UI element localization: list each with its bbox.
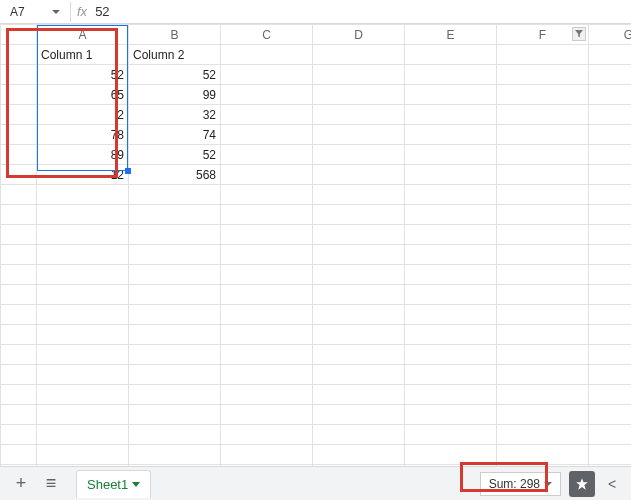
cell[interactable] — [589, 245, 632, 265]
row-header[interactable] — [1, 125, 37, 145]
cell[interactable] — [497, 185, 589, 205]
cell[interactable] — [497, 245, 589, 265]
cell[interactable] — [37, 405, 129, 425]
cell[interactable] — [589, 85, 632, 105]
row-header[interactable] — [1, 85, 37, 105]
selection-handle[interactable] — [125, 168, 131, 174]
cell[interactable] — [405, 85, 497, 105]
cell[interactable] — [405, 245, 497, 265]
quick-sum-box[interactable]: Sum: 298 — [480, 472, 561, 496]
cell[interactable] — [589, 125, 632, 145]
cell[interactable] — [405, 145, 497, 165]
add-sheet-button[interactable]: + — [8, 471, 34, 497]
cell[interactable] — [221, 165, 313, 185]
cell[interactable] — [129, 385, 221, 405]
cell[interactable] — [497, 45, 589, 65]
cell[interactable] — [221, 245, 313, 265]
cell[interactable] — [589, 345, 632, 365]
row-header[interactable] — [1, 365, 37, 385]
cell[interactable] — [313, 325, 405, 345]
cell[interactable] — [313, 425, 405, 445]
cell[interactable] — [405, 225, 497, 245]
cell[interactable]: Column 1 — [37, 45, 129, 65]
cell[interactable] — [313, 185, 405, 205]
cell[interactable] — [313, 385, 405, 405]
row-header[interactable] — [1, 445, 37, 465]
cell[interactable] — [497, 205, 589, 225]
cell[interactable] — [313, 165, 405, 185]
cell[interactable] — [497, 225, 589, 245]
col-header-f[interactable]: F — [497, 25, 589, 45]
cell[interactable] — [129, 345, 221, 365]
cell[interactable]: 52 — [37, 65, 129, 85]
fx-icon[interactable]: fx — [77, 4, 87, 19]
cell[interactable] — [37, 305, 129, 325]
cell[interactable] — [37, 345, 129, 365]
cell[interactable] — [221, 65, 313, 85]
cell[interactable] — [589, 285, 632, 305]
cell[interactable] — [313, 265, 405, 285]
cell[interactable] — [37, 385, 129, 405]
row-header[interactable] — [1, 405, 37, 425]
cell[interactable] — [497, 105, 589, 125]
cell[interactable] — [129, 245, 221, 265]
cell[interactable] — [497, 265, 589, 285]
cell[interactable]: Column 2 — [129, 45, 221, 65]
select-all-corner[interactable] — [1, 25, 37, 45]
col-header-e[interactable]: E — [405, 25, 497, 45]
col-header-a[interactable]: A — [37, 25, 129, 45]
cell[interactable] — [405, 305, 497, 325]
cell[interactable] — [221, 425, 313, 445]
row-header[interactable] — [1, 145, 37, 165]
cell[interactable] — [313, 85, 405, 105]
cell[interactable] — [497, 85, 589, 105]
cell[interactable] — [221, 125, 313, 145]
cell[interactable] — [589, 445, 632, 465]
cell[interactable] — [221, 85, 313, 105]
row-header[interactable] — [1, 45, 37, 65]
cell[interactable]: 89 — [37, 145, 129, 165]
cell[interactable] — [313, 285, 405, 305]
row-header[interactable] — [1, 185, 37, 205]
row-header[interactable] — [1, 265, 37, 285]
cell[interactable] — [589, 305, 632, 325]
cell[interactable] — [37, 185, 129, 205]
cell[interactable] — [497, 425, 589, 445]
cell[interactable] — [589, 405, 632, 425]
cell[interactable] — [497, 65, 589, 85]
cell[interactable] — [129, 405, 221, 425]
cell[interactable] — [221, 345, 313, 365]
cell[interactable] — [405, 445, 497, 465]
cell[interactable] — [129, 265, 221, 285]
cell[interactable] — [129, 205, 221, 225]
cell[interactable] — [313, 125, 405, 145]
cell[interactable] — [405, 285, 497, 305]
cell[interactable] — [313, 225, 405, 245]
cell[interactable] — [37, 325, 129, 345]
col-header-b[interactable]: B — [129, 25, 221, 45]
cell[interactable] — [313, 145, 405, 165]
cell[interactable] — [221, 145, 313, 165]
cell[interactable] — [589, 45, 632, 65]
cell[interactable] — [405, 345, 497, 365]
cell[interactable] — [313, 245, 405, 265]
row-header[interactable] — [1, 225, 37, 245]
cell[interactable] — [129, 445, 221, 465]
cell[interactable] — [37, 265, 129, 285]
col-header-g[interactable]: G — [589, 25, 632, 45]
cell[interactable]: 74 — [129, 125, 221, 145]
cell[interactable] — [497, 305, 589, 325]
cell[interactable] — [221, 285, 313, 305]
cell[interactable] — [405, 165, 497, 185]
cell[interactable] — [221, 265, 313, 285]
row-header[interactable] — [1, 165, 37, 185]
cell[interactable]: 2 — [37, 105, 129, 125]
cell[interactable]: 78 — [37, 125, 129, 145]
row-header[interactable] — [1, 325, 37, 345]
row-header[interactable] — [1, 105, 37, 125]
cell[interactable] — [37, 445, 129, 465]
col-header-d[interactable]: D — [313, 25, 405, 45]
spreadsheet-grid[interactable]: A B C D E F G Column 1Column 25252659923… — [0, 24, 631, 466]
cell[interactable] — [497, 365, 589, 385]
cell[interactable] — [313, 365, 405, 385]
